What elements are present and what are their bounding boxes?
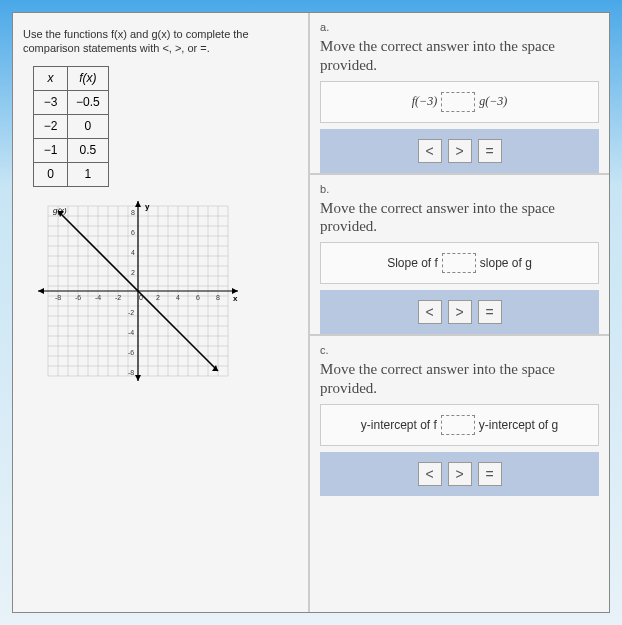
svg-text:6: 6 xyxy=(196,294,200,301)
left-column: Use the functions f(x) and g(x) to compl… xyxy=(13,13,310,612)
table-row: −20 xyxy=(34,114,109,138)
comparison-b: Slope of f slope of g xyxy=(320,242,599,284)
c-left: y-intercept of f xyxy=(361,418,437,432)
prompt-b: Move the correct answer into the space p… xyxy=(320,199,599,237)
svg-text:-8: -8 xyxy=(55,294,61,301)
drop-slot-a[interactable] xyxy=(441,92,475,112)
choice-eq[interactable]: = xyxy=(478,300,502,324)
b-right: slope of g xyxy=(480,256,532,270)
svg-text:-6: -6 xyxy=(128,349,134,356)
choices-c: < > = xyxy=(320,452,599,496)
a-left: f(−3) xyxy=(412,94,437,109)
graph-label: g(x) xyxy=(53,206,67,215)
comparison-c: y-intercept of f y-intercept of g xyxy=(320,404,599,446)
svg-text:-2: -2 xyxy=(115,294,121,301)
svg-text:-4: -4 xyxy=(95,294,101,301)
drop-slot-b[interactable] xyxy=(442,253,476,273)
right-column: a. Move the correct answer into the spac… xyxy=(310,13,609,612)
svg-marker-41 xyxy=(135,201,141,207)
svg-text:8: 8 xyxy=(216,294,220,301)
table-row: −10.5 xyxy=(34,138,109,162)
instructions-text: Use the functions f(x) and g(x) to compl… xyxy=(23,27,298,56)
choices-b: < > = xyxy=(320,290,599,334)
svg-text:-4: -4 xyxy=(128,329,134,336)
col-fx: f(x) xyxy=(68,66,109,90)
table-row: −3−0.5 xyxy=(34,90,109,114)
b-left: Slope of f xyxy=(387,256,438,270)
prompt-c: Move the correct answer into the space p… xyxy=(320,360,599,398)
svg-text:2: 2 xyxy=(131,269,135,276)
prompt-a: Move the correct answer into the space p… xyxy=(320,37,599,75)
choice-lt[interactable]: < xyxy=(418,300,442,324)
c-right: y-intercept of g xyxy=(479,418,558,432)
comparison-a: f(−3) g(−3) xyxy=(320,81,599,123)
graph-svg: -8 -6 -4 -2 0 2 4 6 8 8642 -2-4-6-8 g(x)… xyxy=(33,201,243,391)
choice-gt[interactable]: > xyxy=(448,139,472,163)
worksheet-page: Use the functions f(x) and g(x) to compl… xyxy=(12,12,610,613)
choice-gt[interactable]: > xyxy=(448,462,472,486)
svg-text:-8: -8 xyxy=(128,369,134,376)
choice-lt[interactable]: < xyxy=(418,462,442,486)
section-c: c. Move the correct answer into the spac… xyxy=(310,336,609,496)
choice-eq[interactable]: = xyxy=(478,139,502,163)
svg-text:8: 8 xyxy=(131,209,135,216)
svg-text:6: 6 xyxy=(131,229,135,236)
x-axis-label: x xyxy=(233,294,238,303)
graph-g: -8 -6 -4 -2 0 2 4 6 8 8642 -2-4-6-8 g(x)… xyxy=(33,201,298,391)
section-a: a. Move the correct answer into the spac… xyxy=(310,13,609,175)
col-x: x xyxy=(34,66,68,90)
svg-text:-6: -6 xyxy=(75,294,81,301)
drop-slot-c[interactable] xyxy=(441,415,475,435)
svg-text:-2: -2 xyxy=(128,309,134,316)
table-header-row: x f(x) xyxy=(34,66,109,90)
svg-text:4: 4 xyxy=(176,294,180,301)
svg-text:4: 4 xyxy=(131,249,135,256)
function-table: x f(x) −3−0.5 −20 −10.5 01 xyxy=(33,66,109,187)
choice-eq[interactable]: = xyxy=(478,462,502,486)
section-b: b. Move the correct answer into the spac… xyxy=(310,175,609,337)
choices-a: < > = xyxy=(320,129,599,173)
label-a: a. xyxy=(320,21,599,33)
svg-marker-39 xyxy=(38,288,44,294)
label-b: b. xyxy=(320,183,599,195)
svg-text:2: 2 xyxy=(156,294,160,301)
choice-lt[interactable]: < xyxy=(418,139,442,163)
y-axis-label: y xyxy=(145,202,150,211)
svg-text:0: 0 xyxy=(139,294,143,301)
table-row: 01 xyxy=(34,162,109,186)
a-right: g(−3) xyxy=(479,94,507,109)
choice-gt[interactable]: > xyxy=(448,300,472,324)
svg-marker-42 xyxy=(135,375,141,381)
label-c: c. xyxy=(320,344,599,356)
